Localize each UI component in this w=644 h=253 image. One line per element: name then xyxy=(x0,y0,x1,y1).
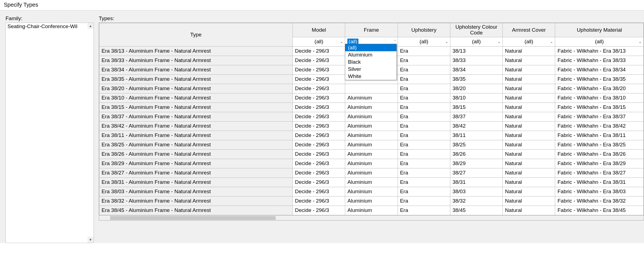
cell-model[interactable]: Decide - 296/3 xyxy=(293,177,345,187)
cell-colour-code[interactable]: 38/25 xyxy=(450,140,502,149)
cell-colour-code[interactable]: 38/29 xyxy=(450,159,502,168)
cell-armrest[interactable]: Natural xyxy=(503,187,555,196)
cell-frame[interactable]: Aluminium xyxy=(345,196,398,206)
cell-armrest[interactable]: Natural xyxy=(503,177,555,187)
cell-upholstery[interactable]: Era xyxy=(398,149,450,159)
cell-colour-code[interactable]: 38/32 xyxy=(450,196,502,206)
cell-upholstery[interactable]: Era xyxy=(398,93,450,103)
cell-type[interactable]: Era 38/03 - Aluminium Frame - Natural Ar… xyxy=(99,187,293,196)
cell-model[interactable]: Decide - 296/3 xyxy=(293,196,345,206)
cell-frame[interactable]: Aluminium xyxy=(345,168,398,177)
cell-frame[interactable]: Aluminium xyxy=(345,112,398,121)
cell-model[interactable]: Decide - 296/3 xyxy=(293,131,345,140)
cell-frame[interactable]: Aluminium xyxy=(345,121,398,131)
cell-type[interactable]: Era 38/25 - Aluminium Frame - Natural Ar… xyxy=(99,140,293,149)
cell-armrest[interactable]: Natural xyxy=(503,121,555,131)
table-row[interactable]: Era 38/11 - Aluminium Frame - Natural Ar… xyxy=(99,131,644,140)
cell-type[interactable]: Era 38/26 - Aluminium Frame - Natural Ar… xyxy=(99,149,293,159)
cell-frame[interactable]: Aluminium xyxy=(345,93,398,103)
cell-upholstery[interactable]: Era xyxy=(398,103,450,112)
cell-armrest[interactable]: Natural xyxy=(503,149,555,159)
cell-upholstery[interactable]: Era xyxy=(398,177,450,187)
cell-material[interactable]: Fabric - Wilkhahn - Era 38/35 xyxy=(555,74,644,84)
cell-armrest[interactable]: Natural xyxy=(503,112,555,121)
filter-upholstery[interactable]: (all)⌄ xyxy=(398,37,450,46)
cell-frame[interactable]: Aluminium xyxy=(345,159,398,168)
cell-upholstery[interactable]: Era xyxy=(398,131,450,140)
cell-model[interactable]: Decide - 296/3 xyxy=(293,93,345,103)
filter-colour-code[interactable]: (all)⌄ xyxy=(450,37,502,46)
dropdown-item[interactable]: (all) xyxy=(345,44,396,51)
cell-colour-code[interactable]: 38/11 xyxy=(450,131,502,140)
cell-type[interactable]: Era 38/10 - Aluminium Frame - Natural Ar… xyxy=(99,93,293,103)
filter-material[interactable]: (all)⌄ xyxy=(555,37,644,46)
cell-material[interactable]: Fabric - Wilkhahn - Era 38/32 xyxy=(555,196,644,206)
table-row[interactable]: Era 38/42 - Aluminium Frame - Natural Ar… xyxy=(99,121,644,131)
cell-type[interactable]: Era 38/33 - Aluminium Frame - Natural Ar… xyxy=(99,56,293,65)
cell-upholstery[interactable]: Era xyxy=(398,168,450,177)
horizontal-scrollbar[interactable] xyxy=(99,215,644,220)
cell-material[interactable]: Fabric - Wilkhahn - Era 38/42 xyxy=(555,121,644,131)
dropdown-item[interactable]: White xyxy=(345,73,396,80)
cell-model[interactable]: Decide - 296/3 xyxy=(293,46,345,56)
cell-armrest[interactable]: Natural xyxy=(503,46,555,56)
cell-type[interactable]: Era 38/20 - Aluminium Frame - Natural Ar… xyxy=(99,84,293,93)
cell-material[interactable]: Fabric - Wilkhahn - Era 38/33 xyxy=(555,56,644,65)
cell-colour-code[interactable]: 38/10 xyxy=(450,93,502,103)
table-row[interactable]: Era 38/37 - Aluminium Frame - Natural Ar… xyxy=(99,112,644,121)
cell-frame[interactable]: Aluminium xyxy=(345,187,398,196)
col-model[interactable]: Model xyxy=(293,23,345,37)
table-row[interactable]: Era 38/25 - Aluminium Frame - Natural Ar… xyxy=(99,140,644,149)
table-row[interactable]: Era 38/27 - Aluminium Frame - Natural Ar… xyxy=(99,168,644,177)
cell-type[interactable]: Era 38/45 - Aluminium Frame - Natural Ar… xyxy=(99,206,293,215)
cell-colour-code[interactable]: 38/26 xyxy=(450,149,502,159)
cell-model[interactable]: Decide - 296/3 xyxy=(293,84,345,93)
cell-material[interactable]: Fabric - Wilkhahn - Era 38/15 xyxy=(555,103,644,112)
cell-upholstery[interactable]: Era xyxy=(398,121,450,131)
cell-colour-code[interactable]: 38/13 xyxy=(450,46,502,56)
cell-armrest[interactable]: Natural xyxy=(503,65,555,74)
cell-colour-code[interactable]: 38/42 xyxy=(450,121,502,131)
table-row[interactable]: Era 38/32 - Aluminium Frame - Natural Ar… xyxy=(99,196,644,206)
cell-model[interactable]: Decide - 296/3 xyxy=(293,65,345,74)
cell-armrest[interactable]: Natural xyxy=(503,56,555,65)
filter-armrest[interactable]: (all)⌄ xyxy=(503,37,555,46)
cell-armrest[interactable]: Natural xyxy=(503,103,555,112)
table-row[interactable]: Era 38/15 - Aluminium Frame - Natural Ar… xyxy=(99,103,644,112)
cell-type[interactable]: Era 38/11 - Aluminium Frame - Natural Ar… xyxy=(99,131,293,140)
cell-type[interactable]: Era 38/29 - Aluminium Frame - Natural Ar… xyxy=(99,159,293,168)
cell-upholstery[interactable]: Era xyxy=(398,56,450,65)
cell-model[interactable]: Decide - 296/3 xyxy=(293,56,345,65)
family-item[interactable]: Seating-Chair-Conference-Wil xyxy=(6,23,94,30)
cell-type[interactable]: Era 38/31 - Aluminium Frame - Natural Ar… xyxy=(99,177,293,187)
cell-armrest[interactable]: Natural xyxy=(503,84,555,93)
cell-type[interactable]: Era 38/42 - Aluminium Frame - Natural Ar… xyxy=(99,121,293,131)
cell-upholstery[interactable]: Era xyxy=(398,74,450,84)
cell-material[interactable]: Fabric - Wilkhahn - Era 38/03 xyxy=(555,187,644,196)
table-row[interactable]: Era 38/31 - Aluminium Frame - Natural Ar… xyxy=(99,177,644,187)
cell-material[interactable]: Fabric - Wilkhahn - Era 38/10 xyxy=(555,93,644,103)
frame-filter-dropdown[interactable]: (all)AluminiumBlackSilverWhite xyxy=(345,44,397,80)
cell-upholstery[interactable]: Era xyxy=(398,46,450,56)
cell-colour-code[interactable]: 38/27 xyxy=(450,168,502,177)
cell-model[interactable]: Decide - 296/3 xyxy=(293,103,345,112)
cell-armrest[interactable]: Natural xyxy=(503,159,555,168)
cell-colour-code[interactable]: 38/15 xyxy=(450,103,502,112)
cell-type[interactable]: Era 38/37 - Aluminium Frame - Natural Ar… xyxy=(99,112,293,121)
col-armrest[interactable]: Armrest Cover xyxy=(503,23,555,37)
cell-frame[interactable]: Aluminium xyxy=(345,103,398,112)
scrollbar-thumb[interactable] xyxy=(110,216,276,220)
cell-upholstery[interactable]: Era xyxy=(398,140,450,149)
cell-upholstery[interactable]: Era xyxy=(398,84,450,93)
cell-colour-code[interactable]: 38/35 xyxy=(450,74,502,84)
family-list[interactable]: ▲ Seating-Chair-Conference-Wil ▼ xyxy=(6,23,94,243)
cell-armrest[interactable]: Natural xyxy=(503,196,555,206)
col-frame[interactable]: Frame xyxy=(345,23,398,37)
cell-model[interactable]: Decide - 296/3 xyxy=(293,121,345,131)
cell-material[interactable]: Fabric - Wilkhahn - Era 38/27 xyxy=(555,168,644,177)
cell-upholstery[interactable]: Era xyxy=(398,187,450,196)
table-row[interactable]: Era 38/03 - Aluminium Frame - Natural Ar… xyxy=(99,187,644,196)
cell-armrest[interactable]: Natural xyxy=(503,140,555,149)
col-colour-code[interactable]: Upholstery Colour Code xyxy=(450,23,502,37)
cell-material[interactable]: Fabric - Wilkhahn - Era 38/45 xyxy=(555,206,644,215)
